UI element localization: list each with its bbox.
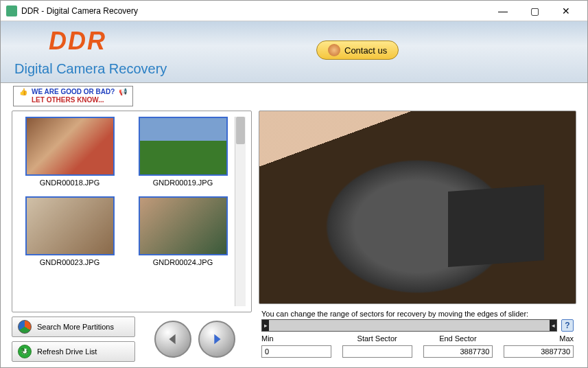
back-button[interactable] xyxy=(154,321,191,358)
slider-handle-left[interactable] xyxy=(262,320,269,331)
sector-instruction: You can change the range of sectors for … xyxy=(261,310,574,318)
refresh-drive-button[interactable]: Refresh Drive List xyxy=(12,341,135,362)
slider-handle-right[interactable] xyxy=(550,320,556,331)
contact-icon xyxy=(328,44,340,56)
feedback-line1: WE ARE GOOD OR BAD? xyxy=(32,88,115,95)
left-actions: Search More Partitions Refresh Drive Lis… xyxy=(12,317,252,362)
window-title: DDR - Digital Camera Recovery xyxy=(21,6,487,16)
thumbnail-item[interactable]: GNDR00023.JPG xyxy=(18,196,121,266)
sector-slider-row: ? xyxy=(261,319,574,332)
thumbnail-item[interactable]: GNDR00024.JPG xyxy=(131,196,235,266)
thumbnail-image xyxy=(25,196,115,255)
max-value-input[interactable] xyxy=(504,345,574,358)
thumbnail-item[interactable]: GNDR00018.JPG xyxy=(18,117,121,187)
close-button[interactable]: ✕ xyxy=(550,1,582,21)
nav-buttons xyxy=(154,321,235,358)
thumbnails-scrollbar[interactable] xyxy=(235,117,246,306)
thumbnail-image xyxy=(139,117,228,176)
partitions-icon xyxy=(18,320,32,334)
preview-pane xyxy=(259,111,576,304)
min-label: Min xyxy=(261,334,331,343)
search-partitions-button[interactable]: Search More Partitions xyxy=(12,317,135,337)
app-window: DDR - Digital Camera Recovery — ▢ ✕ DDR … xyxy=(0,0,588,368)
right-column: You can change the range of sectors for … xyxy=(259,111,576,362)
button-stack: Search More Partitions Refresh Drive Lis… xyxy=(12,317,135,362)
app-icon xyxy=(6,5,17,16)
minimize-button[interactable]: — xyxy=(487,1,519,21)
contact-us-button[interactable]: Contact us xyxy=(316,41,399,60)
banner-subtitle: Digital Camera Recovery xyxy=(14,61,167,77)
thumbnail-image xyxy=(139,196,228,255)
sector-range-slider[interactable] xyxy=(261,319,557,332)
thumbnail-item[interactable]: GNDR00019.JPG xyxy=(131,117,235,187)
maximize-button[interactable]: ▢ xyxy=(519,1,550,21)
forward-button[interactable] xyxy=(198,321,235,358)
contact-label: Contact us xyxy=(344,45,387,56)
min-value-input[interactable] xyxy=(261,345,331,358)
left-column: GNDR00018.JPG GNDR00019.JPG GNDR00023.JP… xyxy=(12,111,252,362)
sector-values-row: Min Start Sector End Sector Max xyxy=(261,334,574,358)
arrow-left-icon xyxy=(165,332,180,347)
thumbnail-image xyxy=(25,117,115,176)
end-sector-label: End Sector xyxy=(423,334,493,343)
content-area: GNDR00018.JPG GNDR00019.JPG GNDR00023.JP… xyxy=(1,109,587,367)
thumbnails-grid: GNDR00018.JPG GNDR00019.JPG GNDR00023.JP… xyxy=(18,117,235,306)
thumbnail-filename: GNDR00018.JPG xyxy=(40,179,99,187)
search-partitions-label: Search More Partitions xyxy=(37,323,114,331)
feedback-line2: LET OTHERS KNOW... xyxy=(32,96,104,104)
banner: DDR Digital Camera Recovery Contact us xyxy=(1,21,587,83)
thumbnail-filename: GNDR00023.JPG xyxy=(40,258,99,266)
feedback-button[interactable]: 👍 WE ARE GOOD OR BAD? 📢 LET OTHERS KNOW.… xyxy=(13,86,133,106)
titlebar: DDR - Digital Camera Recovery — ▢ ✕ xyxy=(1,1,587,21)
start-sector-label: Start Sector xyxy=(342,334,412,343)
sector-panel: You can change the range of sectors for … xyxy=(259,308,576,362)
thumbnail-filename: GNDR00019.JPG xyxy=(153,179,213,187)
thumbnail-filename: GNDR00024.JPG xyxy=(153,258,213,266)
end-sector-input[interactable] xyxy=(423,345,493,358)
thumbnails-panel: GNDR00018.JPG GNDR00019.JPG GNDR00023.JP… xyxy=(12,111,252,312)
logo-text: DDR xyxy=(49,27,106,56)
arrow-right-icon xyxy=(209,332,224,347)
start-sector-input[interactable] xyxy=(342,345,412,358)
help-button[interactable]: ? xyxy=(561,319,574,332)
scrollbar-thumb[interactable] xyxy=(236,117,245,144)
max-label: Max xyxy=(504,334,574,343)
feedback-bar: 👍 WE ARE GOOD OR BAD? 📢 LET OTHERS KNOW.… xyxy=(1,83,587,109)
refresh-drive-label: Refresh Drive List xyxy=(37,347,97,356)
refresh-icon xyxy=(18,345,32,358)
window-controls: — ▢ ✕ xyxy=(487,1,582,21)
